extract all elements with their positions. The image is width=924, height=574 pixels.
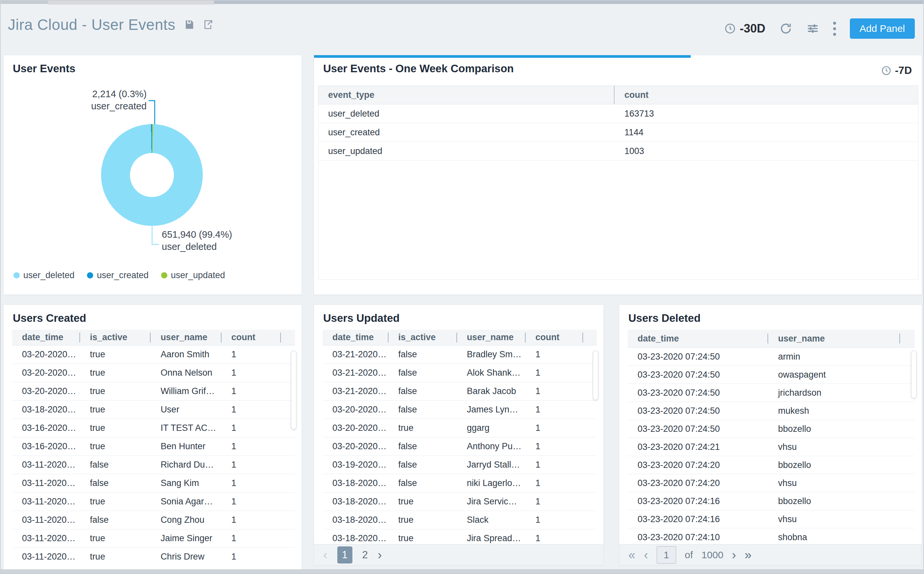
add-panel-button[interactable]: Add Panel	[850, 18, 915, 39]
column-header[interactable]: user_name	[457, 330, 526, 345]
table-row[interactable]: 03-23-2020 07:24:21vhsu	[628, 438, 915, 456]
table-row[interactable]: 03-18-2020…trueJira Servic…1	[322, 492, 597, 511]
first-page-button[interactable]: «	[629, 549, 635, 561]
column-header[interactable]: count	[614, 86, 918, 104]
legend-item-user-created[interactable]: user_created	[87, 270, 149, 281]
table-row[interactable]: 03-19-2020…falseJarryd Stall…1	[322, 456, 597, 474]
refresh-icon[interactable]	[779, 22, 792, 35]
table-row[interactable]: 03-20-2020…falseAnthony Pu…1	[322, 437, 597, 456]
legend-item-user-updated[interactable]: user_updated	[161, 270, 225, 281]
table-cell: 1	[526, 529, 583, 545]
column-header[interactable]: count	[526, 330, 583, 345]
table-row[interactable]: 03-21-2020…falseBarak Jacob1	[322, 382, 597, 401]
last-page-button[interactable]: »	[745, 549, 751, 561]
table-row[interactable]: 03-11-2020…trueChris Drew1	[12, 548, 295, 562]
table-cell: user_created	[318, 123, 614, 142]
table-row[interactable]: 03-21-2020…falseBradley Sm…1	[322, 345, 597, 364]
table-cell: 1	[222, 401, 281, 419]
table-scrollbar-thumb[interactable]	[593, 351, 598, 400]
next-page-button[interactable]: ›	[378, 549, 382, 561]
table-row[interactable]: user_created1144	[318, 123, 918, 142]
table-cell: true	[80, 401, 151, 419]
legend-swatch	[87, 272, 93, 279]
table-cell: Ben Hunter	[151, 437, 222, 456]
save-icon[interactable]	[184, 19, 195, 30]
table-row[interactable]: user_deleted163713	[318, 104, 918, 123]
table-row[interactable]: 03-23-2020 07:24:16bbozello	[628, 492, 915, 510]
donut-chart[interactable]	[101, 124, 203, 226]
table-row[interactable]: 03-23-2020 07:24:50bbozello	[628, 420, 915, 438]
table-row[interactable]: 03-23-2020 07:24:50owaspagent	[628, 366, 915, 384]
table-row[interactable]: 03-23-2020 07:24:50jrichardson	[628, 384, 915, 402]
current-page-box[interactable]: 1	[657, 546, 676, 564]
table-cell: Cong Zhou	[151, 511, 222, 529]
table-cell: 1003	[614, 142, 918, 160]
pagination-users-deleted: « ‹ 1 of 1000 › »	[619, 544, 922, 565]
table-row[interactable]: 03-20-2020…trueOnna Nelson1	[12, 364, 295, 382]
table-row[interactable]: 03-11-2020…trueSonia Agar…1	[12, 492, 295, 511]
kebab-menu-icon[interactable]	[833, 22, 836, 36]
panel-users-updated: Users Updated date_time is_active user_n…	[314, 304, 604, 566]
table-row[interactable]: 03-11-2020…falseSang Kim1	[12, 474, 295, 492]
table-cell: true	[80, 529, 151, 547]
table-cell: 1	[222, 364, 281, 382]
column-header[interactable]: is_active	[80, 330, 151, 345]
table-row[interactable]: 03-18-2020…trueUser1	[12, 401, 295, 419]
column-header[interactable]: date_time	[628, 330, 768, 347]
table-cell: false	[388, 364, 457, 382]
table-row[interactable]: 03-16-2020…trueBen Hunter1	[12, 437, 295, 456]
table-cell: 03-18-2020…	[322, 511, 388, 529]
table-row[interactable]: 03-20-2020…trueWilliam Grif…1	[12, 382, 295, 401]
next-page-button[interactable]: ›	[732, 549, 736, 561]
table-cell: true	[388, 511, 457, 529]
table-row[interactable]: 03-20-2020…falseJames Lyn…1	[322, 401, 597, 419]
table-row[interactable]: 03-20-2020…trueAaron Smith1	[12, 345, 295, 364]
prev-page-button[interactable]: ‹	[644, 549, 648, 561]
table-row[interactable]: 03-18-2020…trueJira Spread…1	[322, 529, 597, 545]
table-cell: vhsu	[768, 510, 900, 528]
table-row[interactable]: 03-23-2020 07:24:20vhsu	[628, 474, 915, 492]
column-header[interactable]: user_name	[768, 330, 900, 347]
table-row[interactable]: 03-18-2020…falseniki Lagerlo…1	[322, 474, 597, 492]
users-created-table: date_time is_active user_name count 03-2…	[12, 330, 295, 562]
table-cell: 1	[222, 382, 281, 400]
page-button-1[interactable]: 1	[337, 546, 352, 563]
table-cell: Sonia Agar…	[151, 492, 222, 511]
table-cell: 1	[222, 437, 281, 456]
table-cell: Jira Spread…	[457, 529, 526, 545]
table-scrollbar-thumb[interactable]	[911, 351, 916, 398]
column-header[interactable]: date_time	[322, 330, 388, 345]
table-row[interactable]: 03-16-2020…trueIT TEST AC…1	[12, 419, 295, 437]
table-row[interactable]: 03-23-2020 07:24:50armin	[628, 348, 915, 366]
table-row[interactable]: 03-20-2020…trueggarg1	[322, 419, 597, 437]
column-header[interactable]: date_time	[12, 330, 80, 345]
table-row[interactable]: 03-23-2020 07:24:50mukesh	[628, 402, 915, 420]
table-scrollbar-thumb[interactable]	[291, 351, 296, 429]
table-row[interactable]: 03-23-2020 07:24:10shobna	[628, 528, 915, 546]
filters-icon[interactable]	[806, 22, 819, 35]
table-row[interactable]: 03-11-2020…falseRichard Du…1	[12, 456, 295, 474]
time-range-control[interactable]: -30D	[724, 22, 765, 35]
page-button-2[interactable]: 2	[362, 549, 368, 561]
table-row[interactable]: 03-23-2020 07:24:16vhsu	[628, 510, 915, 528]
column-header[interactable]: user_name	[151, 330, 222, 345]
prev-page-button[interactable]: ‹	[323, 549, 327, 561]
table-cell: true	[80, 419, 151, 437]
column-header[interactable]: is_active	[388, 330, 457, 345]
column-header[interactable]: count	[222, 330, 281, 345]
legend-item-user-deleted[interactable]: user_deleted	[13, 270, 74, 281]
page-horizontal-scrollbar[interactable]	[1, 569, 923, 573]
table-row[interactable]: 03-23-2020 07:24:20bbozello	[628, 456, 915, 474]
table-row[interactable]: 03-11-2020…trueJaime Singer1	[12, 529, 295, 548]
table-row[interactable]: 03-11-2020…falseCong Zhou1	[12, 511, 295, 529]
table-row[interactable]: user_updated1003	[318, 142, 918, 161]
table-row[interactable]: 03-18-2020…trueSlack1	[322, 511, 597, 529]
table-cell: false	[388, 474, 457, 492]
table-cell: armin	[768, 348, 900, 366]
table-cell: Richard Du…	[151, 456, 222, 474]
panel-time-range[interactable]: -7D	[881, 65, 912, 77]
table-row[interactable]: 03-21-2020…falseAlok Shank…1	[322, 364, 597, 382]
users-deleted-table: date_time user_name 03-23-2020 07:24:50a…	[628, 330, 915, 547]
column-header[interactable]: event_type	[318, 86, 614, 104]
share-icon[interactable]	[203, 19, 214, 30]
